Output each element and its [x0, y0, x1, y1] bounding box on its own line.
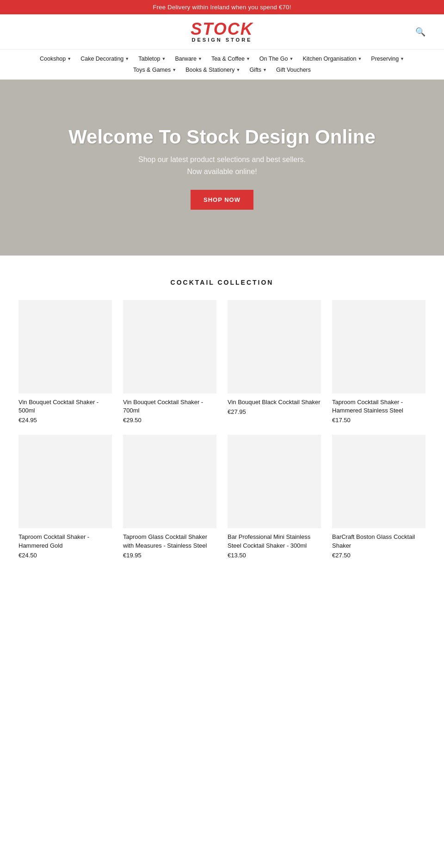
- hero-subtitle2: Now available online!: [187, 168, 257, 176]
- nav-barware[interactable]: Barware ▼: [171, 53, 205, 64]
- product-name: Taproom Cocktail Shaker - Hammered Gold: [18, 533, 112, 550]
- product-name: BarCraft Boston Glass Cocktail Shaker: [332, 533, 426, 550]
- product-card[interactable]: Vin Bouquet Cocktail Shaker - 700ml €29.…: [123, 300, 216, 424]
- product-card[interactable]: Bar Professional Mini Stainless Steel Co…: [228, 435, 321, 558]
- shop-now-button[interactable]: SHOP NOW: [191, 190, 253, 210]
- chevron-down-icon: ▼: [172, 68, 176, 72]
- nav-cake-decorating[interactable]: Cake Decorating ▼: [77, 53, 133, 64]
- nav-on-the-go[interactable]: On The Go ▼: [256, 53, 297, 64]
- product-image: [18, 435, 112, 528]
- chevron-down-icon: ▼: [246, 56, 250, 61]
- nav-cake-decorating-label: Cake Decorating: [80, 56, 123, 62]
- nav-preserving-label: Preserving: [371, 56, 399, 62]
- nav-books-stationery-label: Books & Stationery: [185, 67, 234, 73]
- product-image: [123, 435, 216, 528]
- product-card[interactable]: Vin Bouquet Cocktail Shaker - 500ml €24.…: [18, 300, 112, 424]
- nav-books-stationery[interactable]: Books & Stationery ▼: [182, 64, 244, 75]
- product-name: Vin Bouquet Black Cocktail Shaker: [228, 398, 321, 406]
- nav-on-the-go-label: On The Go: [259, 56, 288, 62]
- nav-tabletop-label: Tabletop: [138, 56, 160, 62]
- logo[interactable]: STOCK DESIGN STORE: [191, 21, 253, 43]
- nav-barware-label: Barware: [175, 56, 197, 62]
- nav-tabletop[interactable]: Tabletop ▼: [135, 53, 169, 64]
- product-image: [228, 300, 321, 393]
- nav-gift-vouchers-label: Gift Vouchers: [276, 67, 311, 73]
- top-banner: Free Delivery within Ireland when you sp…: [0, 0, 444, 14]
- nav-cookshop-label: Cookshop: [40, 56, 66, 62]
- logo-sub: DESIGN STORE: [192, 37, 253, 43]
- chevron-down-icon: ▼: [161, 56, 166, 61]
- product-card[interactable]: Taproom Cocktail Shaker - Hammered Gold …: [18, 435, 112, 558]
- product-grid: Vin Bouquet Cocktail Shaker - 500ml €24.…: [18, 300, 426, 559]
- chevron-down-icon: ▼: [67, 56, 71, 61]
- product-image: [123, 300, 216, 393]
- chevron-down-icon: ▼: [236, 68, 240, 72]
- nav-gift-vouchers[interactable]: Gift Vouchers: [272, 64, 314, 75]
- product-price: €29.50: [123, 417, 216, 424]
- product-card[interactable]: Taproom Glass Cocktail Shaker with Measu…: [123, 435, 216, 558]
- collection-title: COCKTAIL COLLECTION: [18, 279, 426, 286]
- product-price: €17.50: [332, 417, 426, 424]
- product-card[interactable]: Taproom Cocktail Shaker - Hammered Stain…: [332, 300, 426, 424]
- hero-section: Welcome To Stock Design Online Shop our …: [0, 80, 444, 256]
- product-price: €27.50: [332, 552, 426, 559]
- nav-toys-games[interactable]: Toys & Games ▼: [130, 64, 180, 75]
- product-price: €24.95: [18, 417, 112, 424]
- product-image: [228, 435, 321, 528]
- hero-title: Welcome To Stock Design Online: [68, 126, 376, 148]
- product-name: Bar Professional Mini Stainless Steel Co…: [228, 533, 321, 550]
- chevron-down-icon: ▼: [198, 56, 202, 61]
- product-price: €13.50: [228, 552, 321, 559]
- chevron-down-icon: ▼: [125, 56, 129, 61]
- search-icon[interactable]: 🔍: [415, 27, 426, 37]
- chevron-down-icon: ▼: [400, 56, 404, 61]
- nav-gifts-label: Gifts: [249, 67, 261, 73]
- nav-gifts[interactable]: Gifts ▼: [246, 64, 271, 75]
- nav-toys-games-label: Toys & Games: [133, 67, 171, 73]
- product-name: Vin Bouquet Cocktail Shaker - 500ml: [18, 398, 112, 415]
- main-nav: Cookshop ▼ Cake Decorating ▼ Tabletop ▼ …: [0, 50, 444, 80]
- product-price: €24.50: [18, 552, 112, 559]
- banner-text: Free Delivery within Ireland when you sp…: [153, 4, 291, 11]
- collection-section: COCKTAIL COLLECTION Vin Bouquet Cocktail…: [0, 256, 444, 577]
- product-card[interactable]: BarCraft Boston Glass Cocktail Shaker €2…: [332, 435, 426, 558]
- nav-cookshop[interactable]: Cookshop ▼: [36, 53, 75, 64]
- product-price: €27.95: [228, 408, 321, 415]
- nav-preserving[interactable]: Preserving ▼: [367, 53, 408, 64]
- header: STOCK DESIGN STORE 🔍: [0, 14, 444, 50]
- chevron-down-icon: ▼: [289, 56, 293, 61]
- chevron-down-icon: ▼: [358, 56, 362, 61]
- product-name: Taproom Cocktail Shaker - Hammered Stain…: [332, 398, 426, 415]
- product-image: [332, 435, 426, 528]
- nav-tea-coffee[interactable]: Tea & Coffee ▼: [208, 53, 254, 64]
- nav-kitchen-organisation-label: Kitchen Organisation: [302, 56, 356, 62]
- hero-subtitle: Shop our latest product selections and b…: [138, 156, 306, 164]
- product-name: Vin Bouquet Cocktail Shaker - 700ml: [123, 398, 216, 415]
- product-image: [18, 300, 112, 393]
- product-card[interactable]: Vin Bouquet Black Cocktail Shaker €27.95: [228, 300, 321, 424]
- nav-tea-coffee-label: Tea & Coffee: [211, 56, 245, 62]
- logo-main: STOCK: [191, 21, 253, 37]
- product-name: Taproom Glass Cocktail Shaker with Measu…: [123, 533, 216, 550]
- nav-kitchen-organisation[interactable]: Kitchen Organisation ▼: [299, 53, 365, 64]
- product-price: €19.95: [123, 552, 216, 559]
- product-image: [332, 300, 426, 393]
- chevron-down-icon: ▼: [263, 68, 267, 72]
